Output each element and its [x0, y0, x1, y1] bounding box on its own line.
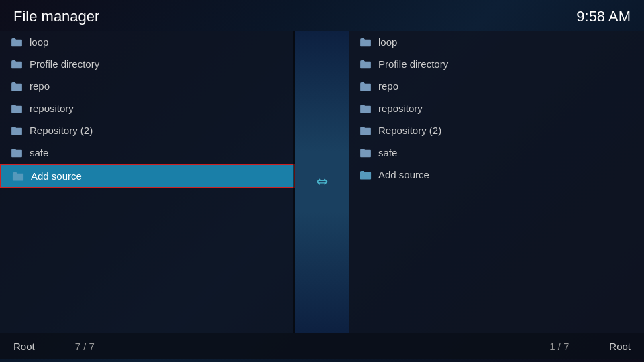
- add-folder-icon: [360, 170, 372, 180]
- left-item-label-loop-left: loop: [30, 36, 48, 48]
- right-item-repo-right[interactable]: repo: [349, 75, 644, 97]
- right-item-label-repository-right: repository: [378, 103, 423, 114]
- folder-icon: [11, 38, 23, 47]
- footer-right-section: 1 / 7 Root: [349, 341, 631, 352]
- folder-icon: [11, 126, 23, 135]
- right-footer-label: Root: [609, 341, 631, 352]
- right-item-label-safe-right: safe: [378, 147, 397, 158]
- right-item-profile-directory-right[interactable]: Profile directory: [349, 53, 644, 75]
- folder-icon: [11, 82, 23, 91]
- right-item-label-add-source-right: Add source: [378, 169, 429, 180]
- left-item-safe-left[interactable]: safe: [0, 141, 295, 164]
- footer: Root 7 / 7 1 / 7 Root: [0, 333, 644, 359]
- left-item-label-safe-left: safe: [30, 147, 48, 158]
- right-item-loop-right[interactable]: loop: [349, 31, 644, 53]
- right-item-label-repo-right: repo: [378, 80, 398, 92]
- left-item-add-source-left[interactable]: Add source: [0, 164, 295, 188]
- right-item-repository-right[interactable]: repository: [349, 97, 644, 119]
- left-item-label-repository2-left: Repository (2): [30, 125, 93, 136]
- panel-divider: ⇔: [295, 31, 349, 333]
- left-item-label-repo-left: repo: [30, 80, 50, 92]
- folder-icon: [11, 104, 23, 113]
- add-folder-icon: [12, 172, 24, 181]
- folder-icon: [360, 82, 372, 91]
- left-item-profile-directory-left[interactable]: Profile directory: [0, 53, 295, 75]
- right-file-list: loop Profile directory repo repository R…: [349, 31, 644, 186]
- right-footer-count: 1 / 7: [549, 341, 569, 352]
- left-item-label-profile-directory-left: Profile directory: [30, 58, 99, 70]
- folder-icon: [360, 60, 372, 69]
- left-item-repository-left[interactable]: repository: [0, 97, 295, 119]
- left-item-label-repository-left: repository: [30, 103, 74, 114]
- right-panel: loop Profile directory repo repository R…: [349, 31, 644, 333]
- right-item-label-repository2-right: Repository (2): [378, 125, 441, 136]
- clock-display: 9:58 AM: [576, 8, 631, 25]
- left-item-repo-left[interactable]: repo: [0, 75, 295, 97]
- footer-left-section: Root 7 / 7: [13, 341, 295, 352]
- folder-icon: [360, 104, 372, 113]
- left-item-repository2-left[interactable]: Repository (2): [0, 119, 295, 141]
- right-item-safe-right[interactable]: safe: [349, 141, 644, 164]
- main-content: loop Profile directory repo repository R…: [0, 31, 644, 333]
- left-panel: loop Profile directory repo repository R…: [0, 31, 295, 333]
- folder-icon: [360, 38, 372, 47]
- left-item-loop-left[interactable]: loop: [0, 31, 295, 53]
- folder-icon: [11, 148, 23, 158]
- right-item-label-loop-right: loop: [378, 36, 397, 48]
- left-item-label-add-source-left: Add source: [31, 170, 82, 182]
- left-file-list: loop Profile directory repo repository R…: [0, 31, 295, 188]
- header: File manager 9:58 AM: [0, 0, 644, 31]
- swap-icon: ⇔: [316, 173, 328, 190]
- folder-icon: [360, 126, 372, 135]
- left-footer-label: Root: [13, 341, 35, 352]
- folder-icon: [360, 148, 372, 158]
- right-item-add-source-right[interactable]: Add source: [349, 164, 644, 186]
- left-footer-count: 7 / 7: [75, 341, 95, 352]
- right-item-repository2-right[interactable]: Repository (2): [349, 119, 644, 141]
- right-item-label-profile-directory-right: Profile directory: [378, 58, 448, 70]
- folder-icon: [11, 60, 23, 69]
- app-title: File manager: [13, 8, 99, 25]
